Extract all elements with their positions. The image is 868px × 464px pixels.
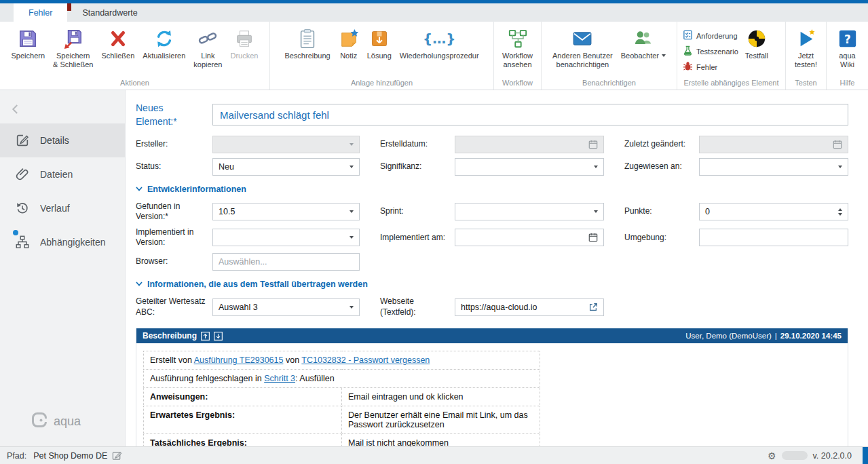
sidebar-item-abhaengigkeiten-label: Abhängigkeiten [40, 237, 106, 248]
dropdown-caret-icon [350, 236, 354, 239]
path-value: Pet Shop Demo DE [33, 451, 107, 461]
link-icon [197, 26, 218, 51]
zugewiesen-an-label: Zugewiesen an: [624, 161, 699, 172]
dropdown-caret-icon [594, 166, 598, 168]
sidebar-item-abhaengigkeiten[interactable]: Abhängigkeiten [0, 225, 125, 259]
ribbon: Speichern Speichern & Schließen Schließe… [0, 22, 868, 90]
signifikanz-label: Signifikanz: [380, 161, 455, 172]
version-label: v. 20.2.0.0 [813, 451, 852, 461]
calendar-icon [833, 140, 842, 149]
external-link-icon[interactable] [588, 303, 598, 312]
notiz-button[interactable]: Notiz [335, 24, 363, 60]
move-up-icon[interactable] [201, 332, 210, 341]
description-body: Erstellt von Ausführung TE2930615 von TC… [136, 343, 848, 446]
ribbon-group-benachrichtigen: Anderen Benutzer benachrichtigen Beobach… [542, 22, 677, 90]
beschreibung-button[interactable]: Beschreibung [280, 24, 334, 60]
status-bar: Pfad: Pet Shop Demo DE ⚙ v. 20.2.0.0 [0, 446, 868, 464]
section-entwicklerinformationen[interactable]: Entwicklerinformationen [136, 185, 848, 194]
execution-link[interactable]: Ausführung TE2930615 [194, 355, 284, 365]
gefunden-in-version-combobox[interactable]: 10.5 [212, 203, 360, 220]
ribbon-group-aktionen: Speichern Speichern & Schließen Schließe… [0, 22, 270, 90]
browser-input[interactable] [212, 253, 360, 271]
sidebar-item-verlauf[interactable]: Verlauf [0, 191, 125, 225]
sidebar-item-details[interactable]: Details [0, 123, 125, 157]
wiederholungsprozedur-button[interactable]: {…} Wiederholungsprozedur [396, 24, 483, 60]
requirement-icon [683, 30, 693, 41]
edit-icon [15, 133, 30, 148]
ribbon-group-hilfe: ? aqua Wiki Hilfe [827, 22, 868, 90]
speichern-button[interactable]: Speichern [7, 24, 50, 60]
beobachter-button[interactable]: Beobachter [617, 24, 670, 60]
note-icon [339, 26, 359, 51]
edit-path-icon[interactable] [112, 450, 122, 461]
fehler-erstellen-button[interactable]: Fehler [683, 61, 738, 73]
sprint-combobox[interactable] [455, 203, 604, 220]
implementiert-am-datefield[interactable] [455, 229, 604, 246]
umgebung-label: Umgebung: [624, 233, 699, 244]
history-icon [15, 201, 30, 216]
schliessen-button[interactable]: Schließen [97, 24, 138, 60]
group-label-workflow: Workflow [494, 77, 541, 90]
drucken-button[interactable]: Drucken [227, 24, 263, 60]
implementiert-in-version-combobox[interactable] [212, 229, 360, 246]
anforderung-button[interactable]: Anforderung [683, 30, 738, 41]
anforderung-label: Anforderung [696, 32, 738, 40]
zugewiesen-an-combobox[interactable] [699, 158, 848, 176]
section-testfall-informationen[interactable]: Informationen, die aus dem Testfall über… [136, 279, 848, 289]
title-input[interactable] [212, 104, 848, 125]
tab-fehler[interactable]: Fehler [14, 3, 67, 22]
notification-dot [13, 230, 18, 235]
back-button[interactable] [10, 100, 26, 118]
svg-text:?: ? [844, 33, 851, 46]
webseite-urlfield[interactable]: https://aqua-cloud.io [455, 298, 604, 316]
calendar-icon [588, 233, 598, 242]
geteilter-wertesatz-combobox[interactable]: Auswahl 3 [212, 298, 360, 316]
table-row: Erstellt von Ausführung TE2930615 von TC… [144, 351, 540, 370]
zuletzt-geaendert-datefield[interactable] [699, 136, 848, 153]
gear-icon[interactable]: ⚙ [768, 451, 776, 461]
erstelldatum-label: Erstelldatum: [380, 139, 455, 150]
tab-standardwerte[interactable]: Standardwerte [67, 3, 152, 22]
move-down-icon[interactable] [214, 332, 223, 341]
zoom-pill[interactable] [782, 451, 808, 460]
beobachter-dropdown-caret-icon [662, 54, 666, 57]
testcase-link[interactable]: TC1032832 - Passwort vergessen [301, 355, 430, 365]
punkte-label: Punkte: [624, 206, 699, 217]
loesung-button[interactable]: Lösung [363, 24, 396, 60]
anweisungen-label: Anweisungen: [144, 388, 342, 406]
status-combobox[interactable]: Neu [212, 158, 360, 176]
speichern-schliessen-button[interactable]: Speichern & Schließen [49, 24, 97, 69]
workflow-ansehen-button[interactable]: Workflow ansehen [498, 24, 537, 69]
description-panel-header: Beschreibung User, Demo (DemoUser) | 29.… [136, 328, 848, 343]
testfall-button[interactable]: Testfall [741, 24, 772, 60]
ersteller-label: Ersteller: [136, 139, 212, 150]
benutzer-benachrichtigen-button[interactable]: Anderen Benutzer benachrichtigen [548, 24, 617, 69]
step-link[interactable]: Schritt 3 [264, 374, 295, 383]
beschreibung-label: Beschreibung [284, 52, 330, 60]
loesung-label: Lösung [367, 52, 392, 60]
ersteller-combobox[interactable] [212, 136, 360, 153]
sprint-label: Sprint: [380, 206, 455, 217]
stepper-arrows-icon[interactable] [838, 208, 842, 216]
dropdown-caret-icon [350, 143, 354, 146]
play-icon [797, 26, 816, 51]
testszenario-button[interactable]: Testszenario [683, 45, 738, 57]
sidebar-item-dateien[interactable]: Dateien [0, 157, 125, 191]
jetzt-testen-button[interactable]: Jetzt testen! [791, 24, 821, 69]
aqua-logo-icon [31, 412, 48, 431]
ribbon-group-workflow: Workflow ansehen Workflow [494, 22, 542, 90]
tatsaechliches-ergebnis-label: Tatsächliches Ergebnis: [144, 434, 342, 446]
group-label-abhaengiges-element: Erstelle abhängiges Element [677, 77, 785, 90]
aktualisieren-button[interactable]: Aktualisieren [138, 24, 189, 60]
description-timestamp: 29.10.2020 14:45 [780, 332, 842, 340]
erstelldatum-datefield[interactable] [455, 136, 604, 153]
sidebar-item-verlauf-label: Verlauf [40, 203, 70, 214]
punkte-stepper[interactable]: 0 [699, 203, 848, 220]
dropdown-caret-icon [594, 210, 598, 213]
calendar-icon [588, 140, 598, 149]
link-kopieren-button[interactable]: Link kopieren [189, 24, 226, 69]
aqua-wiki-button[interactable]: ? aqua Wiki [833, 24, 862, 69]
fehler-erstellen-label: Fehler [696, 63, 717, 71]
signifikanz-combobox[interactable] [455, 158, 604, 176]
umgebung-textfield[interactable] [699, 229, 848, 246]
